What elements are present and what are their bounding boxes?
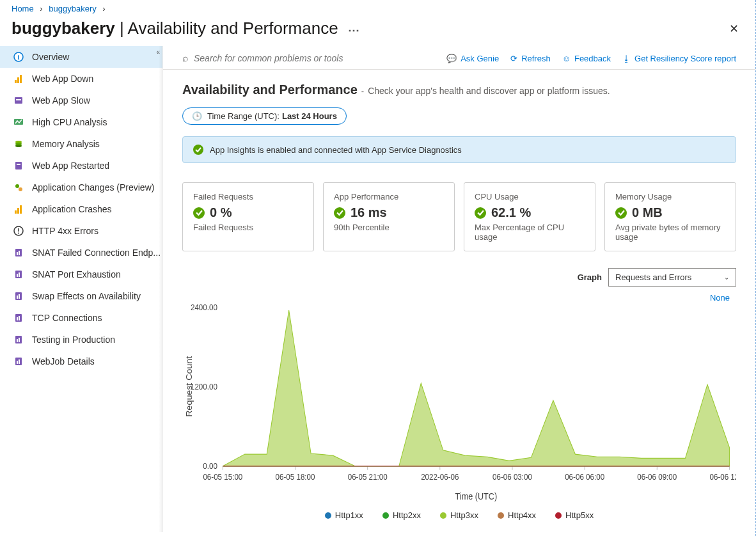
svg-rect-28: [17, 296, 18, 299]
svg-text:06-06 09:00: 06-06 09:00: [637, 472, 677, 482]
check-icon: [193, 145, 203, 155]
sidebar-icon: [13, 312, 24, 324]
sidebar-icon: [13, 247, 24, 258]
page-title: buggybakery | Availability and Performan…: [12, 19, 729, 38]
sidebar-item[interactable]: SNAT Failed Connection Endp...: [0, 242, 162, 264]
metric-card[interactable]: CPU Usage62.1 %Max Percentage of CPU usa…: [464, 182, 595, 251]
resiliency-button[interactable]: ⭳Get Resiliency Score report: [622, 54, 736, 63]
svg-rect-2: [15, 80, 17, 83]
sidebar-item[interactable]: Application Crashes: [0, 198, 162, 220]
metrics-cards: Failed Requests0 %Failed RequestsApp Per…: [182, 182, 736, 251]
sidebar-icon: [13, 182, 24, 193]
svg-text:1200.00: 1200.00: [191, 382, 217, 391]
svg-rect-22: [17, 252, 18, 255]
sidebar-icon: [13, 116, 24, 128]
chart-none-link[interactable]: None: [710, 293, 730, 303]
chart: None 0.001200.002400.0006-05 15:0006-05 …: [182, 299, 736, 520]
check-icon: [193, 207, 205, 219]
breadcrumb-app[interactable]: buggybakery: [49, 4, 96, 13]
svg-text:06-05 15:00: 06-05 15:00: [203, 472, 242, 482]
svg-rect-15: [15, 210, 17, 214]
breadcrumb: Home › buggybakery ›: [0, 0, 755, 16]
svg-point-10: [15, 145, 22, 147]
metric-card[interactable]: Failed Requests0 %Failed Requests: [182, 182, 314, 251]
check-icon: [334, 207, 345, 219]
svg-text:Request Count: Request Count: [184, 356, 193, 417]
svg-rect-35: [19, 338, 20, 342]
main: ⌕ 💬Ask Genie ⟳Refresh ☺Feedback ⭳Get Res…: [163, 46, 755, 532]
svg-rect-3: [17, 77, 19, 83]
svg-point-13: [15, 184, 19, 188]
sidebar-icon: [13, 73, 24, 84]
sidebar-icon: [13, 203, 24, 215]
svg-rect-11: [15, 162, 22, 169]
refresh-icon: ⟳: [510, 54, 517, 63]
genie-icon: 💬: [446, 54, 457, 63]
svg-rect-32: [19, 316, 20, 320]
sidebar-item[interactable]: TCP Connections: [0, 307, 162, 329]
legend-item[interactable]: Http1xx: [325, 510, 363, 520]
svg-rect-6: [16, 99, 21, 100]
check-icon: [615, 207, 627, 219]
sidebar-icon: [13, 95, 24, 106]
legend-item[interactable]: Http5xx: [555, 510, 594, 520]
sidebar-icon: i: [13, 51, 24, 63]
header-more-icon[interactable]: ⋯: [348, 24, 361, 36]
svg-rect-29: [19, 294, 20, 299]
sidebar-item[interactable]: Application Changes (Preview): [0, 177, 162, 198]
sidebar-item[interactable]: HTTP 4xx Errors: [0, 220, 162, 242]
svg-rect-38: [19, 359, 20, 364]
time-range-pill[interactable]: 🕒 Time Range (UTC): Last 24 Hours: [182, 107, 347, 125]
svg-rect-4: [20, 75, 22, 83]
sidebar-icon: [13, 138, 24, 150]
ask-genie-button[interactable]: 💬Ask Genie: [446, 54, 499, 63]
svg-text:i: i: [17, 53, 19, 61]
sidebar-item[interactable]: High CPU Analysis: [0, 111, 162, 133]
sidebar-icon: [13, 269, 24, 280]
sidebar-icon: [13, 225, 24, 237]
chevron-down-icon: ⌄: [724, 274, 729, 281]
graph-select[interactable]: Requests and Errors ⌄: [608, 268, 736, 287]
breadcrumb-home[interactable]: Home: [12, 4, 34, 13]
close-icon[interactable]: ✕: [729, 22, 739, 36]
svg-rect-26: [19, 272, 20, 277]
clock-icon: 🕒: [192, 111, 202, 121]
collapse-icon[interactable]: «: [156, 49, 160, 56]
info-banner: App Insights is enabled and connected wi…: [182, 136, 736, 163]
sidebar-item[interactable]: Web App Slow: [0, 90, 162, 111]
sidebar-item[interactable]: Web App Down: [0, 68, 162, 90]
metric-card[interactable]: App Performance16 ms90th Percentile: [323, 182, 455, 251]
sidebar-item[interactable]: Web App Restarted: [0, 155, 162, 177]
svg-text:2400.00: 2400.00: [191, 303, 217, 312]
smile-icon: ☺: [562, 54, 571, 63]
search-input[interactable]: [194, 53, 386, 63]
svg-text:06-06 06:00: 06-06 06:00: [565, 472, 604, 482]
sidebar-item[interactable]: Swap Effects on Availability: [0, 285, 162, 307]
svg-rect-12: [17, 164, 20, 165]
svg-text:2022-06-06: 2022-06-06: [421, 472, 459, 482]
feedback-button[interactable]: ☺Feedback: [562, 54, 611, 63]
svg-rect-23: [19, 251, 20, 255]
sidebar-item[interactable]: Testing in Production: [0, 329, 162, 351]
svg-point-20: [18, 233, 19, 234]
sidebar-item[interactable]: iOverview: [0, 46, 162, 68]
legend-item[interactable]: Http4xx: [498, 510, 536, 520]
metric-card[interactable]: Memory Usage0 MBAvg private bytes of mem…: [604, 182, 736, 251]
sidebar-item[interactable]: Memory Analysis: [0, 133, 162, 155]
svg-text:Time (UTC): Time (UTC): [455, 491, 498, 501]
check-icon: [475, 207, 486, 219]
sidebar-icon: [13, 334, 24, 345]
svg-rect-16: [17, 208, 19, 214]
svg-text:06-05 21:00: 06-05 21:00: [348, 472, 388, 482]
svg-text:06-06 03:00: 06-06 03:00: [492, 472, 532, 482]
svg-rect-37: [17, 361, 18, 364]
legend-item[interactable]: Http3xx: [440, 510, 478, 520]
refresh-button[interactable]: ⟳Refresh: [510, 54, 551, 63]
legend-item[interactable]: Http2xx: [382, 510, 421, 520]
sidebar: « iOverviewWeb App DownWeb App SlowHigh …: [0, 46, 163, 532]
sidebar-item[interactable]: WebJob Details: [0, 351, 162, 372]
svg-text:06-05 18:00: 06-05 18:00: [276, 472, 315, 482]
sidebar-item[interactable]: SNAT Port Exhaustion: [0, 264, 162, 285]
graph-label: Graph: [578, 272, 602, 282]
section-subtitle: Check your app's health and discover app…: [368, 86, 610, 96]
